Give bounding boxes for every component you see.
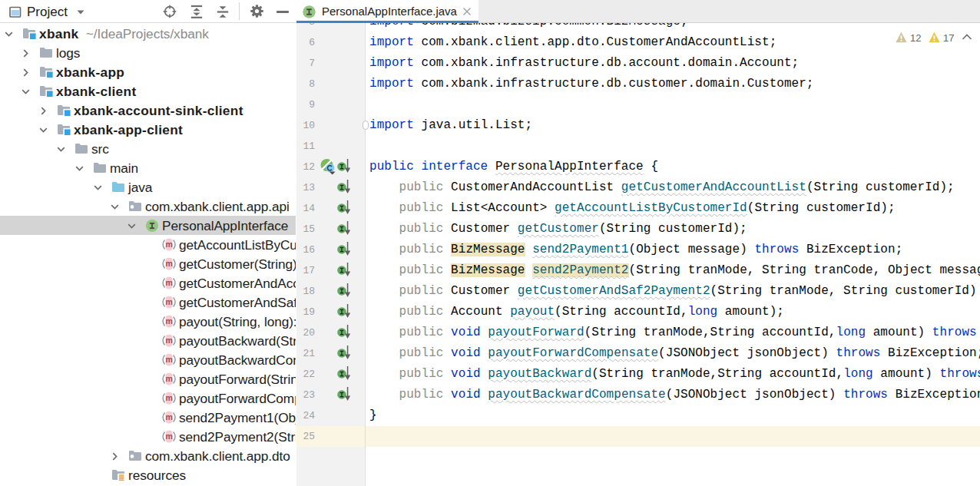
svg-text:m: m <box>165 316 172 326</box>
svg-text:m: m <box>165 374 172 383</box>
svg-text:m: m <box>165 412 172 422</box>
svg-text:m: m <box>165 278 172 287</box>
svg-text:m: m <box>165 240 172 249</box>
svg-text:m: m <box>165 297 172 306</box>
svg-text:m: m <box>165 355 172 364</box>
svg-text:m: m <box>165 259 172 268</box>
svg-text:m: m <box>165 393 172 402</box>
svg-text:m: m <box>165 431 172 441</box>
svg-text:m: m <box>165 336 172 345</box>
